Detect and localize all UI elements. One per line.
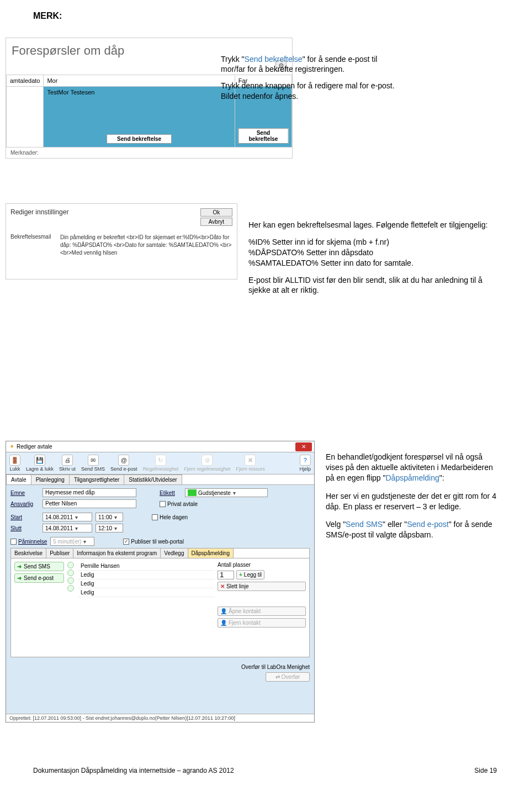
legg-label: Legg til: [244, 572, 262, 578]
tb-fjern-regel: ⊘Fjern regelmessighet: [182, 455, 232, 472]
check-publiser[interactable]: ✓Publiser til web-portal: [123, 539, 184, 545]
email-icon: @: [118, 455, 129, 466]
toolbar: 🚪Lukk 💾Lagre & lukk 🖨Skriv ut ✉Send SMS …: [6, 452, 314, 474]
dialog-title: Rediger innstillinger: [10, 208, 200, 216]
publiser-label: Publiser til web-portal: [131, 539, 184, 545]
status-bar: Opprettet: [12.07.2011 09:53:00] - Sist …: [6, 714, 314, 722]
tab-statistikk[interactable]: Statistikk/Utvidelser: [124, 474, 182, 484]
apne-label: Åpne kontakt: [229, 608, 261, 614]
section-1: Forespørsler om dåp ⚙ amtaledato Mor Far…: [33, 27, 497, 192]
legg-til-button[interactable]: +Legg til: [236, 570, 264, 579]
combo-slutt-date[interactable]: 14.08.2011: [43, 524, 92, 532]
subtab-publiser[interactable]: Publiser: [46, 549, 73, 558]
remove-recur-icon: ⊘: [202, 455, 213, 466]
overfor-button[interactable]: ⇄Overfør: [266, 672, 310, 682]
list-item[interactable]: Pernille Hansen: [78, 562, 214, 571]
input-emne[interactable]: Høymesse med dåp: [43, 488, 136, 497]
screenshot-rediger-innstillinger: Rediger innstillinger Ok Avbryt Bekrefte…: [6, 203, 237, 280]
fjern-kontakt-button[interactable]: 👤Fjern kontakt: [218, 618, 306, 628]
tb-hjelp[interactable]: ?Hjelp: [297, 455, 313, 472]
c2-l2: %DÅPSDATO% Setter inn dåpsdato: [248, 247, 502, 258]
callout-1: Trykk "Send bekreftelse" for å sende e-p…: [221, 54, 398, 108]
check-paminnelse[interactable]: Påminnelse: [10, 539, 47, 545]
cross-icon: ✕: [220, 583, 225, 589]
c1-kw1: Send bekreftelse: [245, 55, 303, 64]
cell-mor: TestMor Testesen Send bekreftelse: [44, 87, 235, 147]
privat-label: Privat avtale: [167, 501, 198, 507]
remove-contact-icon: 👤: [220, 620, 227, 626]
subtab-info[interactable]: Informasjon fra eksternt program: [73, 549, 161, 558]
label-ansvarlig: Ansvarlig: [10, 501, 39, 507]
main-tabs: Avtale Planlegging Tilgangsrettigheter S…: [6, 474, 314, 485]
sms-label: Send SMS: [24, 563, 50, 570]
c3-t3: Velg ": [326, 520, 346, 529]
avbryt-button[interactable]: Avbryt: [200, 218, 232, 226]
subtab-dapspamelding[interactable]: Dåpspåmelding: [188, 549, 234, 558]
check-heledagen[interactable]: Hele dagen: [152, 514, 188, 520]
c3-t4: " eller ": [383, 520, 407, 529]
tab-tilgang[interactable]: Tilgangsrettigheter: [69, 474, 124, 484]
list-item[interactable]: Ledig: [78, 579, 214, 588]
c2-l3: %SAMTALEDATO% Setter inn dato for samtal…: [248, 258, 502, 268]
label-slutt: Slutt: [10, 525, 39, 531]
arrow-icon: ➜: [17, 575, 22, 581]
close-icon[interactable]: ✕: [295, 442, 312, 451]
overfor-btn-label: Overfør: [282, 674, 300, 680]
subtab-beskrivelse[interactable]: Beskrivelse: [11, 549, 46, 558]
input-ansvarlig[interactable]: Petter Nilsen: [43, 499, 136, 508]
tab-avtale[interactable]: Avtale: [6, 474, 31, 484]
tb-regel: ↻Regelmessighet: [141, 455, 181, 472]
transfer-icon: ⇄: [275, 674, 280, 680]
print-icon: 🖨: [62, 455, 73, 466]
combo-slutt-time[interactable]: 12:10: [96, 524, 123, 532]
page-footer: Dokumentasjon Dåpspåmelding via internet…: [33, 767, 497, 774]
c3-kw1: Dåpspåmelding: [386, 473, 439, 482]
tb-skriv-label: Skriv ut: [59, 466, 76, 472]
tb-lukk-label: Lukk: [9, 466, 20, 472]
subtab-vedlegg[interactable]: Vedlegg: [161, 549, 188, 558]
tab-planlegging[interactable]: Planlegging: [31, 474, 70, 484]
footer-right: Side 19: [474, 767, 497, 774]
c3-t2: ":: [439, 473, 444, 482]
input-antall[interactable]: [218, 571, 234, 579]
plus-icon: +: [239, 572, 242, 578]
antall-label: Antall plasser: [218, 562, 251, 568]
etikett-value: Gudstjeneste: [198, 490, 231, 496]
tb-lukk[interactable]: 🚪Lukk: [7, 455, 23, 472]
apne-kontakt-button[interactable]: 👤Åpne kontakt: [218, 607, 306, 616]
screenshot-rediger-avtale: ✦ Rediger avtale ✕ 🚪Lukk 💾Lagre & lukk 🖨…: [6, 441, 315, 723]
ok-button[interactable]: Ok: [200, 208, 232, 217]
merknader-label: Merknader:: [6, 147, 292, 158]
c2-p1: Her kan egen bekreftelsesmal lages. Følg…: [248, 220, 502, 230]
send-bekreftelse-mor-button[interactable]: Send bekreftelse: [107, 134, 172, 144]
window-title: Rediger avtale: [17, 444, 52, 450]
tb-epost-label: Send e-post: [110, 466, 137, 472]
list-item[interactable]: Ledig: [78, 571, 214, 579]
c1-p2: Trykk denne knappen for å redigere mal f…: [221, 81, 398, 101]
section-2: Rediger innstillinger Ok Avbryt Bekrefte…: [33, 203, 497, 408]
tb-hjelp-label: Hjelp: [299, 466, 311, 472]
tb-epost[interactable]: @Send e-post: [108, 455, 140, 472]
send-bekreftelse-far-button[interactable]: Send bekreftelse: [238, 128, 288, 144]
merk-heading: MERK:: [33, 11, 497, 21]
c3-p2: Her ser vi en gudstjeneste der det er gi…: [326, 491, 497, 512]
tb-sms[interactable]: ✉Send SMS: [79, 455, 107, 472]
tb-lagre[interactable]: 💾Lagre & lukk: [24, 455, 56, 472]
check-privat[interactable]: Privat avtale: [160, 501, 198, 507]
mor-name: TestMor Testesen: [47, 89, 94, 96]
send-sms-button[interactable]: ➜Send SMS: [14, 562, 64, 571]
paminnelse-label: Påminnelse: [18, 539, 47, 545]
footer-left: Dokumentasjon Dåpspåmelding via internet…: [33, 767, 234, 774]
combo-start-time[interactable]: 11:00: [96, 513, 123, 521]
tb-sms-label: Send SMS: [81, 466, 105, 472]
slett-linje-button[interactable]: ✕Slett linje: [218, 582, 306, 591]
tb-fjernres-label: Fjern ressurs: [236, 466, 265, 472]
combo-etikett[interactable]: Gudstjeneste: [185, 488, 268, 497]
send-epost-button[interactable]: ➜Send e-post: [14, 573, 64, 583]
form-area: Emne Høymesse med dåp Etikett Gudstjenes…: [6, 485, 314, 661]
tb-skriv[interactable]: 🖨Skriv ut: [57, 455, 78, 472]
combo-paminnelse[interactable]: 5 minutt(er): [50, 537, 94, 546]
combo-start-date[interactable]: 14.08.2011: [43, 513, 92, 521]
epost-label: Send e-post: [24, 575, 54, 581]
list-item[interactable]: Ledig: [78, 588, 214, 597]
